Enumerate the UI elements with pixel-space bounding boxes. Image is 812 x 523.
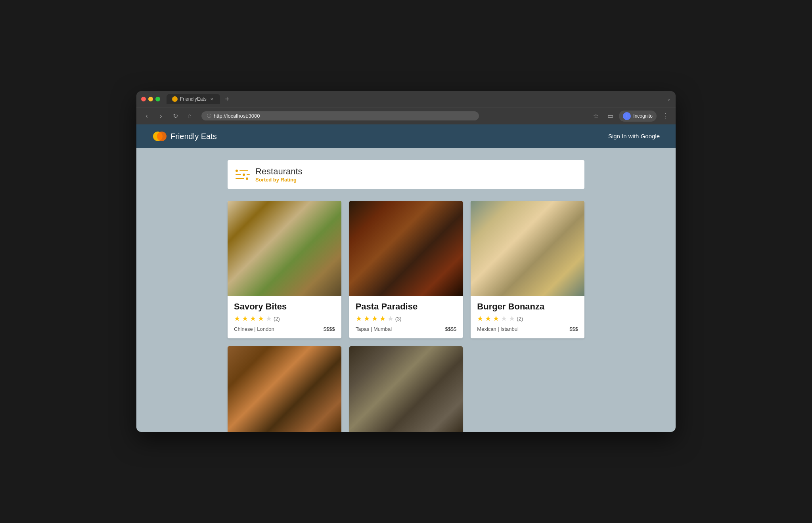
price-level: $$$$ [445,326,456,332]
title-bar: FriendlyEats ✕ + ⌄ [136,91,676,107]
nav-bar: ‹ › ↻ ⌂ ⓘ http://localhost:3000 ☆ ▭ I In… [136,107,676,124]
star-icon: ★ [485,314,491,323]
app-title: Friendly Eats [170,132,217,141]
price-level: $$$$ [324,326,335,332]
filter-dot [236,170,238,172]
card-info: Savory Bites★★★★★(2)Chinese | London$$$$ [228,296,341,338]
filter-bar [236,178,244,179]
filter-icon[interactable] [236,170,250,180]
header-right: Sign In with Google [608,133,660,140]
card-name: Burger Bonanza [477,302,578,312]
card-info: Pasta Paradise★★★★★(3)Tapas | Mumbai$$$$ [349,296,463,338]
forward-button[interactable]: › [155,111,167,122]
card-meta: Chinese | London$$$$ [234,326,335,332]
review-count: (3) [395,316,402,322]
restaurant-image [349,346,463,432]
restaurant-card[interactable]: Burger Bonanza★★★★★(2)Mexican | Istanbul… [471,201,584,338]
restaurant-card[interactable]: Pasta Paradise★★★★★(3)Tapas | Mumbai$$$$ [349,201,463,338]
filter-line-3 [236,178,250,180]
address-text: http://localhost:3000 [214,113,260,119]
star-icon: ★ [509,314,515,323]
restaurant-card[interactable]: Savory Bites★★★★★(2)Chinese | London$$$$ [228,201,341,338]
review-count: (2) [274,316,280,322]
avatar: I [623,112,631,120]
sorted-label: Sorted by Rating [255,177,303,183]
filter-line-1 [236,170,250,172]
cuisine-location: Mexican | Istanbul [477,326,519,332]
tab-close-button[interactable]: ✕ [209,96,214,102]
profile-name: Incognito [633,113,653,119]
restaurant-card[interactable]: Street Eats★★★★★(5)Burger | Paris$$ [228,346,341,432]
filter-line-2 [236,174,250,176]
stars-row: ★★★★★(2) [477,314,578,323]
home-button[interactable]: ⌂ [184,111,195,122]
filter-bar [247,174,250,175]
new-tab-button[interactable]: + [222,94,233,105]
price-level: $$$ [569,326,578,332]
star-icon: ★ [493,314,499,323]
restaurant-grid: Savory Bites★★★★★(2)Chinese | London$$$$… [228,201,584,432]
content-wrapper: Restaurants Sorted by Rating Savory Bite… [220,160,592,432]
card-name: Savory Bites [234,302,335,312]
star-icon: ★ [242,314,248,323]
cuisine-location: Tapas | Mumbai [356,326,392,332]
restaurant-image [471,201,584,296]
card-info: Burger Bonanza★★★★★(2)Mexican | Istanbul… [471,296,584,338]
svg-point-1 [157,132,167,141]
tab-title: FriendlyEats [180,96,207,102]
profile-area[interactable]: I Incognito [619,111,657,122]
filter-dot [246,178,248,180]
restaurants-title: Restaurants [255,166,303,177]
page-body: Restaurants Sorted by Rating Savory Bite… [136,148,676,432]
filter-bar [236,174,241,175]
star-icon: ★ [258,314,264,323]
lock-icon: ⓘ [207,113,211,119]
menu-button[interactable]: ⋮ [660,111,671,122]
close-button[interactable] [141,97,146,101]
star-icon: ★ [356,314,362,323]
review-count: (2) [517,316,523,322]
bookmark-button[interactable]: ☆ [590,111,601,122]
maximize-button[interactable] [155,97,160,101]
browser-window: FriendlyEats ✕ + ⌄ ‹ › ↻ ⌂ ⓘ http://loca… [136,91,676,432]
star-icon: ★ [379,314,386,323]
restaurant-card[interactable]: Dine Fine★★★★★(8)French | Tokyo$$$$$ [349,346,463,432]
star-icon: ★ [372,314,378,323]
reader-mode-button[interactable]: ▭ [605,111,616,122]
star-icon: ★ [250,314,256,323]
logo-icon [152,129,167,143]
restaurant-image [228,201,341,296]
star-icon: ★ [364,314,370,323]
stars-row: ★★★★★(3) [356,314,457,323]
app-content: Friendly Eats Sign In with Google [136,124,676,432]
sign-in-button[interactable]: Sign In with Google [608,133,660,139]
star-icon: ★ [266,314,272,323]
address-bar[interactable]: ⓘ http://localhost:3000 [201,111,479,120]
tab-bar: FriendlyEats ✕ + [167,94,664,105]
minimize-button[interactable] [148,97,153,101]
nav-right: ☆ ▭ I Incognito ⋮ [590,111,671,122]
app-logo: Friendly Eats [152,129,217,143]
app-header: Friendly Eats Sign In with Google [136,124,676,148]
star-icon: ★ [387,314,394,323]
star-icon: ★ [234,314,240,323]
title-chevron-icon[interactable]: ⌄ [667,96,671,102]
title-bar-right: ⌄ [667,96,671,102]
traffic-lights [141,97,160,101]
restaurants-text-group: Restaurants Sorted by Rating [255,166,303,183]
filter-bar [239,170,248,171]
active-tab[interactable]: FriendlyEats ✕ [167,94,220,104]
reload-button[interactable]: ↻ [170,111,181,122]
restaurant-image [349,201,463,296]
restaurant-image [228,346,341,432]
card-meta: Tapas | Mumbai$$$$ [356,326,457,332]
card-meta: Mexican | Istanbul$$$ [477,326,578,332]
stars-row: ★★★★★(2) [234,314,335,323]
cuisine-location: Chinese | London [234,326,274,332]
filter-dot [243,174,245,176]
restaurants-header: Restaurants Sorted by Rating [228,160,584,189]
card-name: Pasta Paradise [356,302,457,312]
star-icon: ★ [501,314,507,323]
back-button[interactable]: ‹ [141,111,152,122]
tab-favicon [172,96,178,102]
